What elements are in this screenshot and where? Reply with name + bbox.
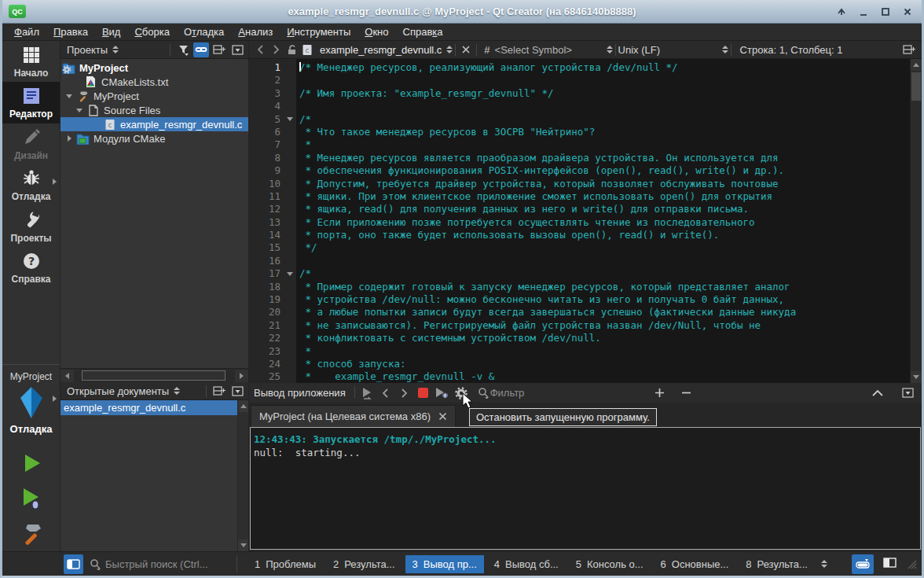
go-forward-button[interactable] <box>268 45 284 54</box>
open-file-selector[interactable]: example_resmgr_devnull.c <box>315 44 453 56</box>
tree-item-cmake-modules[interactable]: Модули CMake <box>60 131 248 145</box>
line-ending-selector[interactable]: Unix (LF) <box>618 44 728 56</box>
toggle-left-sidebar-button[interactable] <box>64 554 83 574</box>
tree-item-project-root[interactable]: MyProject <box>60 61 248 75</box>
kit-selector[interactable]: MyProject Отладка <box>2 364 60 446</box>
split-panel-button[interactable] <box>211 42 227 57</box>
open-documents-title[interactable]: Открытые документы <box>67 385 169 397</box>
menu-item[interactable]: Окно <box>358 24 395 40</box>
maximize-button[interactable] <box>879 6 892 18</box>
running-application-indicator[interactable] <box>852 554 874 574</box>
close-document-button[interactable] <box>458 42 474 57</box>
mode-projects[interactable]: Проекты <box>2 206 60 247</box>
expander-icon[interactable] <box>62 135 76 142</box>
mode-welcome[interactable]: Начало <box>2 41 60 82</box>
scrollbar-thumb[interactable] <box>911 72 921 101</box>
output-panes-updown-icon[interactable] <box>821 560 827 568</box>
close-tab-icon[interactable] <box>438 412 447 421</box>
close-panel-button[interactable] <box>229 42 245 57</box>
minimize-button[interactable] <box>857 6 870 18</box>
menu-item[interactable]: Анализ <box>231 24 280 40</box>
output-pane-button[interactable]: 1Проблемы <box>248 555 323 573</box>
locator[interactable] <box>89 558 234 570</box>
tree-horizontal-scrollbar[interactable] <box>60 368 248 382</box>
tree-item-source-file[interactable]: c example_resmgr_devnull.c <box>60 117 248 131</box>
panel-selector-updown-icon[interactable] <box>112 46 119 53</box>
output-tab[interactable]: MyProject (на Целевая система x86) <box>251 405 456 427</box>
debug-run-button[interactable] <box>2 481 60 517</box>
go-back-button[interactable] <box>252 45 268 54</box>
projects-panel-title[interactable]: Проекты <box>67 44 108 56</box>
next-item-button[interactable] <box>395 385 414 401</box>
menu-item[interactable]: Инструменты <box>280 24 358 40</box>
output-console[interactable]: 12:43:43: Запускается /tmp/./MyProject..… <box>250 427 921 550</box>
scroll-right-icon[interactable] <box>235 370 248 382</box>
split-editor-button[interactable] <box>901 42 917 57</box>
output-pane-button[interactable]: 5Консоль о... <box>569 555 651 573</box>
output-pane-button[interactable]: 8Результа... <box>739 555 815 573</box>
tree-item-cmakelists[interactable]: CMakeLists.txt <box>60 75 248 89</box>
mode-help[interactable]: ? Справка <box>2 247 60 288</box>
toggle-right-sidebar-button[interactable] <box>883 557 896 571</box>
symbol-selector[interactable]: <Select Symbol> <box>495 44 613 56</box>
output-pane-button[interactable]: 3Вывод пр... <box>405 555 484 573</box>
menu-item[interactable]: Отладка <box>177 24 231 40</box>
filter-button[interactable] <box>175 42 191 57</box>
left-sidebar: Проекты <box>60 41 249 551</box>
zoom-out-button[interactable] <box>676 385 695 401</box>
build-button[interactable] <box>2 516 60 551</box>
close-panel-button[interactable] <box>229 384 245 399</box>
maximize-panel-button[interactable] <box>898 385 917 401</box>
chevron-right-icon <box>401 388 408 398</box>
scroll-up-icon[interactable] <box>911 59 922 71</box>
fold-marker-icon[interactable] <box>287 272 293 276</box>
menu-item[interactable]: Вид <box>95 24 128 40</box>
scrollbar-thumb[interactable] <box>82 370 226 381</box>
previous-item-button[interactable] <box>376 385 395 401</box>
panel-selector-updown-icon[interactable] <box>174 387 180 395</box>
attach-debugger-button[interactable] <box>433 385 452 401</box>
run-button[interactable] <box>2 446 60 481</box>
split-panel-button[interactable] <box>211 384 227 399</box>
tree-item-source-files[interactable]: Source Files <box>60 103 248 117</box>
output-pane-button[interactable]: 2Результа... <box>326 555 402 573</box>
menu-item[interactable]: Правка <box>46 24 95 40</box>
output-filter[interactable] <box>477 387 608 399</box>
c-file-icon: c <box>103 118 116 131</box>
menu-item[interactable]: Файл <box>7 24 46 40</box>
scroll-left-icon[interactable] <box>60 370 74 382</box>
code-area[interactable]: 1 /* Менеджер ресурсов, реализующий анал… <box>249 59 910 383</box>
locator-input[interactable] <box>105 558 231 570</box>
stop-button[interactable] <box>414 385 433 401</box>
symbols-button[interactable]: # <box>479 44 494 56</box>
menu-item[interactable]: Сборка <box>127 24 177 40</box>
open-documents-scrollbar[interactable] <box>237 400 248 551</box>
open-document-item[interactable]: example_resmgr_devnull.c <box>60 400 237 415</box>
editor-vertical-scrollbar[interactable] <box>910 59 922 383</box>
qt-kit-icon <box>16 385 47 420</box>
close-button[interactable] <box>901 6 914 18</box>
rerun-button[interactable] <box>358 385 376 401</box>
scroll-down-icon[interactable] <box>911 371 922 383</box>
fold-marker-icon[interactable] <box>287 117 293 121</box>
tree-item-target[interactable]: MyProject <box>60 89 248 103</box>
mode-debug[interactable]: Отладка <box>2 164 60 205</box>
output-pane-button[interactable]: 6Основные... <box>654 555 736 573</box>
output-pane-button[interactable]: 4Вывод сб... <box>487 555 566 573</box>
resize-grip-icon[interactable] <box>906 558 917 569</box>
mode-editor[interactable]: Редактор <box>2 82 60 123</box>
sync-with-editor-button[interactable] <box>193 42 209 57</box>
zoom-in-button[interactable] <box>650 385 669 401</box>
expander-icon[interactable] <box>62 94 76 98</box>
shade-button[interactable] <box>835 6 848 18</box>
combo-updown-icon <box>722 46 728 53</box>
lock-button[interactable] <box>284 44 299 55</box>
filter-input[interactable] <box>490 387 608 399</box>
menu-item[interactable]: Справка <box>396 24 450 40</box>
scroll-down-icon[interactable] <box>238 539 248 551</box>
expand-panel-button[interactable] <box>868 385 887 401</box>
cursor-position-indicator[interactable]: Строка: 1, Столбец: 1 <box>734 44 849 56</box>
title-bar[interactable]: QC example_resmgr_devnull.c @ MyProject … <box>2 0 922 24</box>
scroll-up-icon[interactable] <box>238 400 248 412</box>
expander-icon[interactable] <box>72 109 86 112</box>
